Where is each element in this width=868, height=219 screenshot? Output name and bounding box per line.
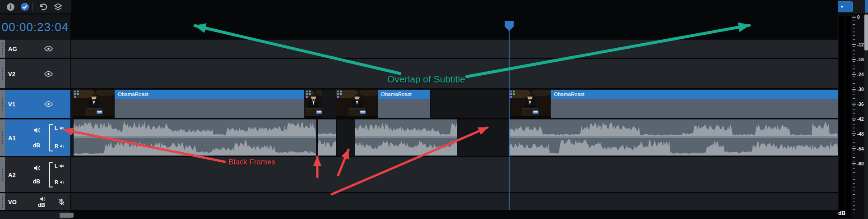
horizontal-scrollbar-thumb[interactable] [60, 213, 74, 218]
track-label-VO: VO [8, 198, 17, 205]
svg-text:-12: -12 [857, 42, 864, 47]
track-db-label: dB [33, 178, 40, 185]
track-grip-handle[interactable] [0, 90, 5, 118]
video-clip[interactable]: ObamaRoast [509, 90, 838, 118]
track-lane-A2[interactable] [71, 157, 838, 192]
timeline-lanes: ObamaRoastObamaRoastObamaRoast [71, 0, 838, 219]
clip-thumbnail [509, 90, 551, 118]
track-visibility-eye-icon[interactable] [44, 101, 53, 109]
video-clip[interactable]: ObamaRoast [73, 90, 304, 118]
channel-bracket [49, 124, 53, 151]
track-label-V2: V2 [8, 70, 15, 77]
track-visibility-eye-icon[interactable] [44, 46, 53, 54]
svg-text:-18: -18 [857, 57, 864, 62]
clip-title-bar: ObamaRoast [115, 90, 304, 99]
track-db-label: dB [33, 142, 40, 149]
svg-text:-54: -54 [857, 146, 864, 151]
track-header-V2[interactable]: V2 [0, 59, 70, 88]
track-label-A2: A2 [8, 171, 16, 178]
vertical-scrollbar-thumb[interactable] [864, 14, 868, 50]
track-grip-handle[interactable] [0, 40, 5, 58]
svg-text:-42: -42 [857, 117, 864, 122]
clip-title-bar: ObamaRoast [551, 90, 838, 99]
audio-level-meter: 0-12-18-24-30-36-42-48-54-60 [838, 14, 864, 219]
track-label-V1: V1 [8, 100, 15, 107]
track-speaker-icon[interactable] [33, 165, 41, 173]
audio-clip[interactable] [74, 119, 316, 156]
track-grip-handle[interactable] [0, 59, 5, 88]
track-header-VO[interactable]: VOdB [0, 193, 70, 210]
track-header-A1[interactable]: A1dBLR [0, 119, 70, 156]
track-grip-handle[interactable] [0, 157, 5, 192]
panel-edge-accent [865, 0, 868, 13]
track-grip-handle[interactable] [0, 119, 5, 156]
clip-title-bar: ObamaRoast [378, 90, 430, 99]
channel-left-toggle[interactable]: L [55, 125, 64, 131]
channel-bracket [49, 162, 53, 187]
svg-text:-30: -30 [857, 87, 864, 92]
track-grip-handle[interactable] [0, 193, 5, 210]
channel-left-toggle[interactable]: L [55, 163, 64, 169]
svg-text:-60: -60 [857, 161, 864, 166]
track-header-A2[interactable]: A2dBLR [0, 157, 70, 192]
audio-clip[interactable] [509, 119, 838, 156]
track-speaker-icon[interactable] [33, 127, 41, 135]
track-header-AG[interactable]: AG [0, 40, 70, 58]
track-visibility-eye-icon[interactable] [44, 71, 53, 79]
track-lane-V2[interactable] [71, 59, 838, 88]
svg-text:-36: -36 [857, 102, 864, 107]
video-clip[interactable] [305, 90, 322, 118]
mic-muted-icon[interactable] [57, 197, 65, 208]
track-label-AG: AG [8, 46, 17, 52]
audio-clip[interactable] [318, 119, 336, 156]
video-editor-app: ✂ − + ✂ [0, 0, 868, 219]
clip-thumbnail [73, 90, 115, 118]
track-headers-panel: AGV2V1A1dBLRA2dBLRVOdB [0, 0, 70, 219]
track-db-label: dB [38, 202, 45, 208]
channel-right-toggle[interactable]: R [55, 143, 65, 149]
track-label-A1: A1 [8, 134, 16, 141]
track-header-V1[interactable]: V1 [0, 90, 70, 118]
svg-text:-48: -48 [857, 132, 864, 137]
track-lane-AG[interactable] [71, 40, 838, 58]
track-lane-A1[interactable] [71, 119, 838, 156]
svg-text:0: 0 [857, 15, 860, 20]
meter-db-unit-label: dB [838, 210, 845, 216]
playhead-marker[interactable] [504, 21, 514, 32]
publish-dropdown-caret-icon: ▼ [840, 5, 844, 9]
video-clip[interactable]: ObamaRoast [336, 90, 430, 118]
vertical-scrollbar[interactable] [864, 14, 868, 219]
svg-text:-24: -24 [857, 72, 864, 77]
clip-thumbnail [336, 90, 378, 118]
track-lane-V1[interactable]: ObamaRoastObamaRoastObamaRoast [71, 90, 838, 118]
track-lane-VO[interactable] [71, 193, 838, 210]
channel-right-toggle[interactable]: R [55, 179, 65, 185]
audio-clip[interactable] [355, 119, 457, 156]
playhead-line [509, 31, 510, 210]
